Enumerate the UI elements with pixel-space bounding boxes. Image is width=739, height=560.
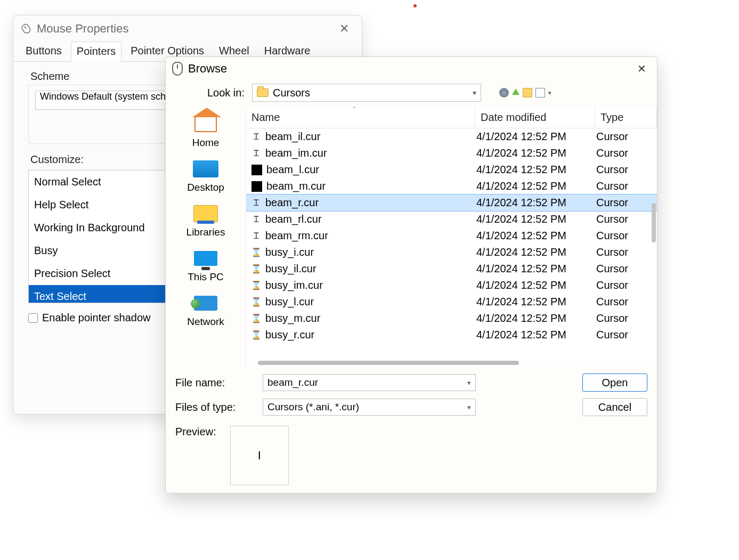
filetype-value: Cursors (*.ani, *.cur)	[267, 401, 359, 413]
file-row[interactable]: Ꮖbeam_rm.cur4/1/2024 12:52 PMCursor	[246, 228, 657, 244]
hour-icon: ⌛	[251, 330, 261, 340]
file-date: 4/1/2024 12:52 PM	[476, 279, 596, 291]
file-type: Cursor	[596, 329, 656, 341]
view-menu-icon[interactable]	[535, 88, 545, 98]
file-row[interactable]: ⌛busy_i.cur4/1/2024 12:52 PMCursor	[246, 244, 657, 261]
file-row[interactable]: Ꮖbeam_r.cur4/1/2024 12:52 PMCursor	[246, 194, 657, 211]
file-row[interactable]: ⌛busy_m.cur4/1/2024 12:52 PMCursor	[246, 310, 657, 327]
col-date[interactable]: Date modified	[475, 107, 595, 128]
open-button[interactable]: Open	[582, 374, 647, 392]
file-row[interactable]: Ꮖbeam_il.cur4/1/2024 12:52 PMCursor	[246, 128, 657, 145]
filetype-select[interactable]: Cursors (*.ani, *.cur) ▾	[263, 399, 476, 416]
file-date: 4/1/2024 12:52 PM	[476, 312, 596, 324]
file-row[interactable]: Ꮖbeam_im.cur4/1/2024 12:52 PMCursor	[246, 145, 657, 161]
file-type: Cursor	[596, 279, 656, 291]
place-label: This PC	[188, 271, 224, 283]
ibeam-icon: Ꮖ	[251, 198, 261, 208]
place-label: Home	[192, 137, 220, 149]
place-network[interactable]: Network	[169, 289, 242, 331]
folder-icon	[257, 88, 269, 97]
mouse-icon	[172, 62, 183, 76]
lookin-select[interactable]: Cursors ▾	[252, 84, 481, 102]
filename-input[interactable]: beam_r.cur ▾	[263, 374, 476, 391]
file-name: busy_r.cur	[265, 329, 314, 341]
file-name: busy_im.cur	[265, 279, 323, 291]
network-icon	[194, 296, 217, 311]
desktop-icon	[193, 160, 218, 177]
file-date: 4/1/2024 12:52 PM	[476, 246, 596, 258]
shadow-checkbox[interactable]	[28, 313, 38, 323]
file-name: beam_il.cur	[265, 131, 320, 143]
file-type: Cursor	[596, 131, 656, 143]
br-close-button[interactable]: ✕	[633, 60, 651, 77]
col-type[interactable]: Type	[595, 107, 657, 128]
chevron-down-icon[interactable]: ▾	[548, 90, 551, 96]
sort-indicator-icon: ˄	[353, 106, 356, 113]
lookin-toolbar: ▾	[499, 88, 551, 98]
chevron-down-icon: ▾	[473, 88, 476, 97]
stray-red-dot	[413, 4, 417, 7]
file-row[interactable]: beam_l.cur4/1/2024 12:52 PMCursor	[246, 161, 657, 178]
br-title: Browse	[188, 62, 227, 76]
file-type: Cursor	[596, 164, 656, 176]
home-icon	[194, 116, 217, 132]
tab-buttons[interactable]: Buttons	[20, 41, 68, 62]
file-name: beam_im.cur	[265, 147, 327, 159]
file-list-header[interactable]: Name ˄ Date modified Type	[246, 107, 657, 128]
file-row[interactable]: ⌛busy_l.cur4/1/2024 12:52 PMCursor	[246, 294, 657, 310]
places-bar: HomeDesktopLibrariesThis PCNetwork	[166, 107, 246, 367]
back-icon[interactable]	[499, 88, 509, 98]
mp-title: Mouse Properties	[37, 22, 128, 36]
mp-close-button[interactable]: ✕	[334, 20, 354, 38]
file-name: busy_il.cur	[265, 263, 316, 275]
chevron-down-icon[interactable]: ▾	[467, 379, 471, 387]
horizontal-scroll-thumb[interactable]	[258, 361, 519, 365]
vertical-scroll-thumb[interactable]	[652, 203, 656, 242]
file-row[interactable]: ⌛busy_r.cur4/1/2024 12:52 PMCursor	[246, 327, 657, 343]
cancel-button[interactable]: Cancel	[582, 398, 647, 416]
filename-value: beam_r.cur	[267, 377, 318, 388]
scheme-select[interactable]: Windows Default (system scheme)	[35, 91, 174, 110]
file-date: 4/1/2024 12:52 PM	[476, 329, 596, 341]
file-row[interactable]: beam_m.cur4/1/2024 12:52 PMCursor	[246, 178, 657, 194]
col-name[interactable]: Name ˄	[246, 107, 475, 128]
up-one-level-icon[interactable]	[512, 88, 519, 95]
vertical-scrollbar[interactable]	[649, 128, 657, 360]
file-date: 4/1/2024 12:52 PM	[476, 180, 596, 192]
file-name: beam_m.cur	[266, 180, 326, 192]
hour-icon: ⌛	[251, 297, 261, 307]
file-date: 4/1/2024 12:52 PM	[476, 197, 596, 209]
file-date: 4/1/2024 12:52 PM	[476, 131, 596, 143]
file-type: Cursor	[596, 147, 656, 159]
ibeam-icon: Ꮖ	[251, 132, 261, 142]
filename-label: File name:	[175, 377, 255, 389]
place-label: Network	[187, 316, 224, 328]
file-row[interactable]: ⌛busy_im.cur4/1/2024 12:52 PMCursor	[246, 277, 657, 294]
file-name: beam_rm.cur	[265, 230, 328, 242]
mouse-icon	[20, 23, 32, 35]
tab-pointers[interactable]: Pointers	[71, 42, 121, 62]
browse-dialog: Browse ✕ Look in: Cursors ▾ ▾ HomeDeskto…	[165, 56, 657, 493]
mp-titlebar[interactable]: Mouse Properties ✕	[13, 15, 362, 41]
hour-icon: ⌛	[251, 281, 261, 290]
place-home[interactable]: Home	[169, 110, 242, 152]
black-icon	[251, 165, 262, 175]
file-list: Name ˄ Date modified Type Ꮖbeam_il.cur4/…	[246, 107, 657, 367]
new-folder-icon[interactable]	[523, 88, 532, 98]
ibeam-icon: Ꮖ	[251, 149, 261, 158]
place-libraries[interactable]: Libraries	[169, 200, 242, 241]
chevron-down-icon[interactable]: ▾	[467, 403, 471, 411]
libraries-icon	[193, 205, 218, 222]
file-name: beam_rl.cur	[265, 213, 322, 225]
br-titlebar[interactable]: Browse ✕	[166, 57, 657, 80]
file-row[interactable]: ⌛busy_il.cur4/1/2024 12:52 PMCursor	[246, 261, 657, 277]
file-name: busy_m.cur	[265, 312, 320, 324]
place-this-pc[interactable]: This PC	[169, 245, 242, 286]
ibeam-icon: Ꮖ	[251, 215, 261, 224]
shadow-label: Enable pointer shadow	[42, 312, 150, 324]
file-date: 4/1/2024 12:52 PM	[476, 164, 596, 176]
place-desktop[interactable]: Desktop	[169, 155, 242, 197]
file-row[interactable]: Ꮖbeam_rl.cur4/1/2024 12:52 PMCursor	[246, 211, 657, 228]
hour-icon: ⌛	[251, 314, 261, 323]
horizontal-scrollbar[interactable]	[246, 360, 657, 367]
